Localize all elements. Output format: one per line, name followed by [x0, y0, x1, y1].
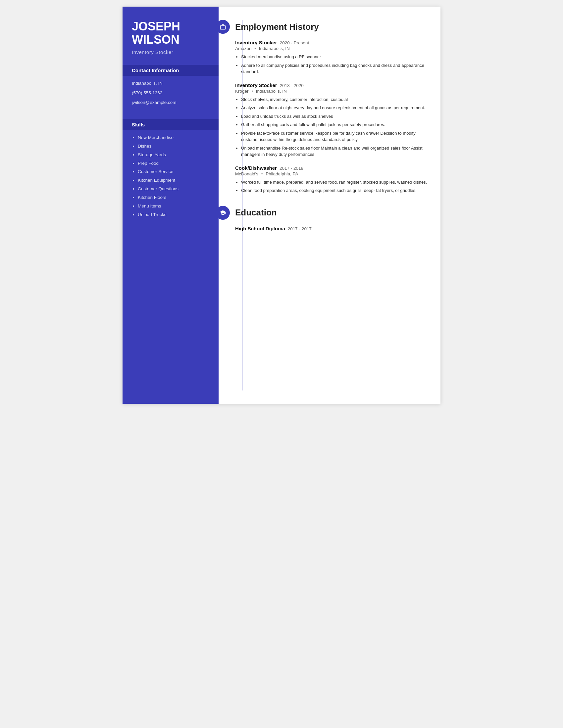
job-dates: 2018 - 2020	[280, 83, 304, 88]
job-company: McDonald's • Philadelphia, PA	[235, 171, 427, 176]
job-bullets: Stocked merchandise using a RF scannerAd…	[235, 54, 427, 75]
education-title: Education	[235, 207, 277, 218]
job-bullet: Adhere to all company policies and proce…	[241, 62, 427, 75]
skill-item: New Merchandise	[138, 135, 209, 141]
employment-icon	[216, 20, 230, 34]
main-content: Employment History Inventory Stocker2020…	[218, 7, 441, 404]
contact-section: Contact Information Indianapolis, IN (57…	[132, 65, 209, 109]
edu-container: High School Diploma2017 - 2017	[235, 226, 427, 231]
job-entry: Inventory Stocker2020 - PresentAmazon • …	[235, 40, 427, 75]
last-name: WILSON	[132, 33, 179, 46]
skill-item: Kitchen Floors	[138, 195, 209, 201]
first-name: JOSEPH	[132, 20, 180, 33]
job-title-text: Inventory Stocker	[235, 40, 277, 45]
job-bullet: Load and unload trucks as well as stock …	[241, 113, 427, 120]
job-bullets: Stock shelves, inventory, customer inter…	[235, 96, 427, 158]
job-title-row: Inventory Stocker2018 - 2020	[235, 82, 427, 88]
jobs-container: Inventory Stocker2020 - PresentAmazon • …	[235, 40, 427, 194]
contact-email: jwilson@example.com	[132, 100, 209, 106]
edu-dates: 2017 - 2017	[288, 226, 312, 231]
resume-container: JOSEPH WILSON Inventory Stocker Contact …	[122, 7, 441, 404]
briefcase-icon	[219, 23, 226, 30]
job-bullet: Unload merchandise Re-stock sales floor …	[241, 145, 427, 158]
skills-header: Skills	[122, 119, 218, 130]
job-company: Amazon • Indianapolis, IN	[235, 46, 427, 51]
skill-item: Menu Items	[138, 203, 209, 209]
skill-item: Customer Questions	[138, 186, 209, 192]
job-dates: 2020 - Present	[280, 40, 309, 45]
skills-list: New MerchandiseDishesStorage YardsPrep F…	[132, 135, 209, 218]
job-title-row: Cook/Dishwasher2017 - 2018	[235, 165, 427, 171]
edu-entry: High School Diploma2017 - 2017	[235, 226, 427, 231]
job-bullet: Clean food preparation areas, cooking eq…	[241, 187, 427, 194]
contact-header: Contact Information	[122, 65, 218, 76]
contact-phone: (570) 555-1362	[132, 90, 209, 96]
job-title-text: Inventory Stocker	[235, 82, 277, 88]
job-title-text: Cook/Dishwasher	[235, 165, 277, 171]
edu-degree: High School Diploma	[235, 226, 285, 231]
job-bullet: Stock shelves, inventory, customer inter…	[241, 96, 427, 103]
skill-item: Prep Food	[138, 160, 209, 167]
education-icon	[216, 206, 230, 220]
edu-title-row: High School Diploma2017 - 2017	[235, 226, 427, 231]
contact-location: Indianapolis, IN	[132, 80, 209, 87]
job-bullet: Gather all shopping carts and follow all…	[241, 121, 427, 128]
skills-section: Skills New MerchandiseDishesStorage Yard…	[132, 119, 209, 220]
skill-item: Unload Trucks	[138, 212, 209, 218]
job-title-row: Inventory Stocker2020 - Present	[235, 40, 427, 45]
job-title: Inventory Stocker	[132, 49, 209, 55]
education-section: Education High School Diploma2017 - 2017	[235, 206, 427, 231]
graduation-cap-icon	[219, 209, 226, 216]
job-dates: 2017 - 2018	[279, 166, 304, 171]
employment-header-row: Employment History	[235, 20, 427, 34]
skill-item: Customer Service	[138, 169, 209, 175]
skill-item: Storage Yards	[138, 152, 209, 158]
person-name: JOSEPH WILSON	[132, 20, 209, 46]
employment-section: Employment History Inventory Stocker2020…	[235, 20, 427, 194]
employment-title: Employment History	[235, 22, 319, 32]
job-bullet: Stocked merchandise using a RF scanner	[241, 54, 427, 60]
job-company: Kroger • Indianapolis, IN	[235, 89, 427, 94]
education-header-row: Education	[235, 206, 427, 220]
job-entry: Inventory Stocker2018 - 2020Kroger • Ind…	[235, 82, 427, 158]
job-entry: Cook/Dishwasher2017 - 2018McDonald's • P…	[235, 165, 427, 194]
skill-item: Dishes	[138, 143, 209, 150]
job-bullet: Analyze sales floor at night every day a…	[241, 105, 427, 111]
skill-item: Kitchen Equipment	[138, 177, 209, 184]
job-bullets: Worked full time made, prepared, and ser…	[235, 179, 427, 194]
job-bullet: Worked full time made, prepared, and ser…	[241, 179, 427, 186]
job-bullet: Provide face-to-face customer service Re…	[241, 130, 427, 143]
sidebar: JOSEPH WILSON Inventory Stocker Contact …	[122, 7, 218, 404]
